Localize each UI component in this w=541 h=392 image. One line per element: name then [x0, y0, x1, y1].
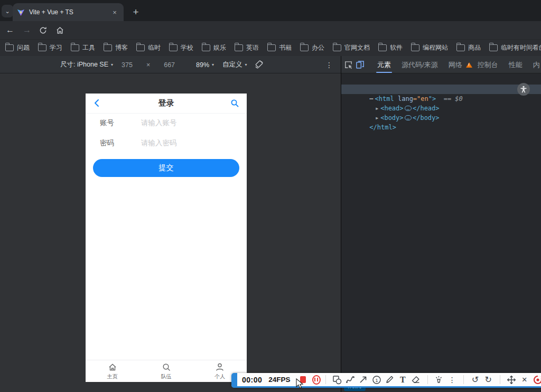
tree-row-doctype[interactable]: <!DOCTYPE html>	[341, 75, 541, 85]
account-field[interactable]: 账号 请输入账号	[86, 116, 247, 130]
chevron-down-icon: ⌄	[5, 8, 10, 15]
inspect-element-icon[interactable]	[344, 58, 353, 72]
bookmark-folder[interactable]: 学习	[38, 43, 62, 52]
bookmark-folder[interactable]: 办公	[300, 43, 324, 52]
bookmark-folder[interactable]: 商品	[456, 43, 481, 52]
eraser-tool-icon[interactable]	[411, 374, 421, 386]
folder-icon	[169, 44, 178, 51]
device-height-input[interactable]: 667	[164, 61, 175, 69]
bookmark-folder[interactable]: 临时	[136, 43, 161, 52]
tab-team[interactable]: 队伍	[139, 360, 193, 382]
recording-fps: 24FPS	[268, 376, 290, 384]
shape-tool-icon[interactable]	[332, 374, 342, 386]
tab-console[interactable]: 控制台	[472, 56, 503, 73]
bookmark-folder[interactable]: 英语	[235, 43, 259, 52]
redo-icon[interactable]: ↻	[483, 374, 493, 386]
bookmark-label: 官网文档	[344, 43, 370, 52]
bookmark-folder[interactable]: 软件	[378, 43, 403, 52]
screen-recorder-toolbar: 00:00 24FPS 1	[231, 373, 541, 388]
move-toolbar-icon[interactable]	[506, 374, 516, 386]
tab-elements[interactable]: 元素	[372, 56, 396, 73]
undo-icon[interactable]: ↺	[470, 374, 480, 386]
search-icon[interactable]	[230, 99, 239, 108]
browser-tab[interactable]: Vite + Vue + TS ×	[13, 3, 124, 21]
record-icon[interactable]	[533, 374, 541, 386]
tree-row-html[interactable]: ⋯<html lang="en"> == $0	[341, 85, 541, 94]
search-icon	[162, 362, 171, 372]
bookmark-label: 编程网站	[423, 43, 448, 52]
tab-memory[interactable]: 内	[528, 56, 541, 73]
bookmark-label: 书籍	[279, 43, 292, 52]
tab-label: 主页	[107, 373, 118, 380]
tab-sources[interactable]: 源代码/来源	[396, 56, 443, 73]
close-recorder-icon[interactable]: ×	[519, 374, 529, 386]
bookmark-folder[interactable]: 问题	[5, 43, 30, 52]
pause-button[interactable]	[312, 375, 321, 385]
password-input-placeholder[interactable]: 请输入密码	[141, 138, 177, 148]
tab-network[interactable]: 网络	[443, 56, 463, 73]
svg-text:1: 1	[375, 377, 378, 382]
new-tab-button[interactable]: +	[129, 5, 143, 19]
freehand-tool-icon[interactable]	[345, 374, 355, 386]
divider	[463, 375, 464, 384]
bookmark-folder[interactable]: 编程网站	[411, 43, 448, 52]
device-toolbar-more-icon[interactable]: ⋮	[323, 59, 335, 71]
bookmark-folder[interactable]: 官网文档	[333, 43, 370, 52]
tab-label: 个人	[214, 373, 225, 380]
bookmark-folder[interactable]: 临时有时间看的	[489, 43, 541, 52]
tree-row-head[interactable]: ▶<head>…</head>	[341, 94, 541, 104]
forward-icon[interactable]: →	[20, 23, 34, 37]
folder-icon	[5, 44, 14, 51]
field-label: 密码	[100, 138, 141, 148]
folder-icon	[456, 44, 465, 51]
bookmark-folder[interactable]: 学校	[169, 43, 193, 52]
submit-button[interactable]: 提交	[93, 159, 239, 177]
home-icon[interactable]	[53, 23, 67, 37]
tree-row-body[interactable]: ▶<body>…</body>	[341, 104, 541, 113]
account-input-placeholder[interactable]: 请输入账号	[141, 118, 177, 128]
vite-favicon	[17, 8, 25, 16]
back-icon[interactable]: ←	[3, 23, 17, 37]
laser-pointer-icon[interactable]	[434, 374, 444, 386]
tab-strip: ⌄ Vite + Vue + TS × +	[0, 0, 541, 21]
chevron-down-icon: ▾	[212, 62, 214, 67]
text-tool-icon[interactable]: T	[398, 374, 408, 386]
throttling-select[interactable]: 自定义	[222, 60, 242, 69]
bookmark-label: 临时	[148, 43, 161, 52]
folder-icon	[333, 44, 341, 51]
divider	[427, 375, 428, 384]
rotate-icon[interactable]	[255, 60, 264, 69]
folder-icon	[411, 44, 419, 51]
bookmark-label: 商品	[468, 43, 481, 52]
step-number-tool-icon[interactable]: 1	[371, 374, 381, 386]
tab-performance[interactable]: 性能	[503, 56, 528, 73]
tab-search-button[interactable]: ⌄	[2, 5, 13, 17]
more-tools-icon[interactable]: ⋮	[447, 374, 457, 386]
tab-title: Vite + Vue + TS	[29, 8, 110, 16]
device-width-input[interactable]: 375	[122, 61, 133, 69]
tab-close-icon[interactable]: ×	[110, 7, 119, 17]
folder-icon	[38, 44, 46, 51]
bookmark-label: 娱乐	[213, 43, 226, 52]
bookmark-label: 英语	[246, 43, 259, 52]
home-icon	[108, 362, 117, 372]
device-toggle-icon[interactable]	[356, 58, 365, 72]
bookmark-label: 问题	[17, 43, 30, 52]
reload-icon[interactable]	[36, 23, 50, 37]
bookmark-folder[interactable]: 书籍	[267, 43, 292, 52]
folder-icon	[202, 44, 210, 51]
zoom-select[interactable]: 89%	[196, 61, 209, 69]
tab-home[interactable]: 主页	[86, 360, 139, 382]
device-size-select[interactable]: 尺寸: iPhone SE	[60, 60, 108, 69]
bookmark-folder[interactable]: 博客	[104, 43, 128, 52]
bookmark-folder[interactable]: 娱乐	[202, 43, 226, 52]
password-field[interactable]: 密码 请输入密码	[86, 136, 247, 151]
html-close-tag: </html>	[369, 124, 396, 131]
back-chevron-icon[interactable]	[93, 99, 101, 107]
pencil-tool-icon[interactable]	[385, 374, 395, 386]
browser-toolbar: ← → i http://localhost:5173/user/login?r…	[0, 21, 541, 39]
tree-row-html-close[interactable]: </html>	[341, 113, 541, 123]
drag-handle[interactable]	[231, 373, 237, 388]
arrow-tool-icon[interactable]	[358, 374, 368, 386]
bookmark-folder[interactable]: 工具	[71, 43, 95, 52]
